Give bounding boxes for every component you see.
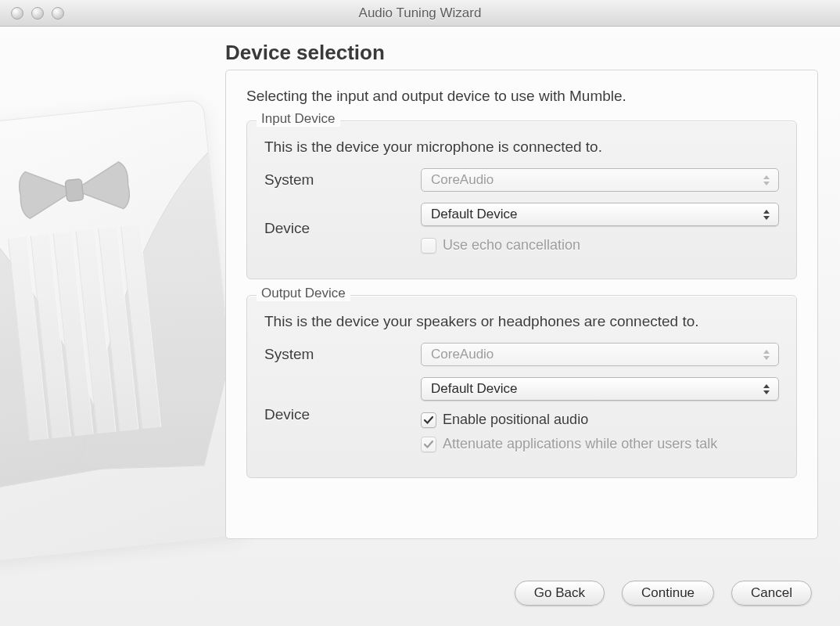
output-system-value: CoreAudio xyxy=(431,347,494,362)
input-system-select: CoreAudio xyxy=(421,168,779,192)
group-input-legend: Input Device xyxy=(257,111,340,127)
input-system-value: CoreAudio xyxy=(431,172,494,188)
wizard-button-bar: Go Back Continue Cancel xyxy=(515,581,812,606)
cancel-button[interactable]: Cancel xyxy=(731,581,812,606)
output-device-select[interactable]: Default Device xyxy=(421,377,779,401)
window-body: Device selection Selecting the input and… xyxy=(0,27,840,626)
echo-cancellation-checkbox xyxy=(421,238,436,254)
wizard-illustration xyxy=(0,113,227,551)
continue-button[interactable]: Continue xyxy=(622,581,714,606)
input-device-label: Device xyxy=(264,220,421,237)
output-system-select: CoreAudio xyxy=(421,343,779,366)
input-device-description: This is the device your microphone is co… xyxy=(264,139,779,156)
titlebar[interactable]: Audio Tuning Wizard xyxy=(0,0,840,27)
output-device-value: Default Device xyxy=(431,381,518,397)
window-title: Audio Tuning Wizard xyxy=(0,5,840,21)
wizard-content: Device selection Selecting the input and… xyxy=(225,41,818,556)
echo-cancellation-label: Use echo cancellation xyxy=(443,237,580,254)
positional-audio-checkbox[interactable] xyxy=(421,412,436,428)
page-title: Device selection xyxy=(225,41,818,65)
svg-rect-0 xyxy=(65,179,84,202)
input-device-value: Default Device xyxy=(431,207,518,222)
attenuate-applications-checkbox xyxy=(421,437,436,452)
output-device-description: This is the device your speakers or head… xyxy=(264,313,779,330)
go-back-button[interactable]: Go Back xyxy=(515,581,605,606)
page-intro: Selecting the input and output device to… xyxy=(246,88,797,105)
group-input-device: Input Device This is the device your mic… xyxy=(246,121,797,279)
group-output-legend: Output Device xyxy=(257,286,350,301)
bowtie-icon xyxy=(13,155,135,225)
chevron-updown-icon xyxy=(759,346,774,363)
output-system-label: System xyxy=(264,346,421,363)
chevron-updown-icon xyxy=(759,171,774,189)
group-output-device: Output Device This is the device your sp… xyxy=(246,295,797,478)
input-device-select[interactable]: Default Device xyxy=(421,203,779,226)
chevron-updown-icon xyxy=(759,380,774,398)
attenuate-applications-label: Attenuate applications while other users… xyxy=(443,436,717,452)
page-frame: Selecting the input and output device to… xyxy=(225,70,818,539)
output-device-label: Device xyxy=(264,406,421,423)
input-system-label: System xyxy=(264,171,421,189)
chevron-updown-icon xyxy=(759,206,774,223)
positional-audio-label: Enable positional audio xyxy=(443,412,588,428)
